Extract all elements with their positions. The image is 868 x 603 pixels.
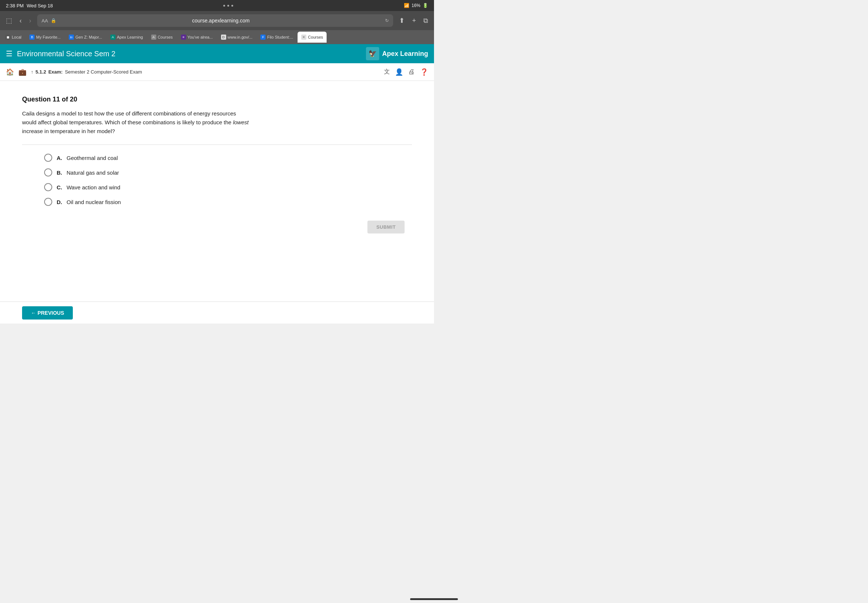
battery-level: 16% (412, 3, 420, 8)
main-content: Question 11 of 20 Caila designs a model … (0, 81, 434, 302)
tab-label-ingov: www.in.gov/... (227, 35, 253, 39)
footer: ← PREVIOUS (0, 302, 434, 323)
apex-logo: 🦅 Apex Learning (366, 47, 428, 60)
answer-letter-c: C. (57, 184, 62, 190)
tab-label-courses-active: Courses (308, 35, 323, 39)
answer-letter-d: D. (57, 199, 62, 205)
tab-label-youve: You've alrea... (187, 35, 213, 39)
submit-button[interactable]: SUBMIT (367, 221, 405, 233)
battery-icon: 🔋 (422, 3, 428, 8)
tab-label-genz: Gen Z: Major... (76, 35, 102, 39)
apex-logo-icon: 🦅 (366, 47, 379, 60)
tab-filo[interactable]: F Filo Student:... (257, 32, 297, 43)
share-button[interactable]: ⬆ (398, 15, 406, 26)
answer-options: A. Geothermal and coal B. Natural gas an… (22, 154, 412, 206)
briefcase-icon[interactable]: 💼 (19, 68, 26, 76)
back-button[interactable]: ‹ (18, 15, 23, 26)
tab-local[interactable]: ◼ Local (2, 32, 25, 43)
tab-label-filo: Filo Student:... (267, 35, 293, 39)
tab-favicon-local: ◼ (5, 34, 10, 40)
tabs-bar: ◼ Local B My Favorite... BI Gen Z: Major… (0, 30, 434, 44)
tab-genz[interactable]: BI Gen Z: Major... (65, 32, 106, 43)
forward-button[interactable]: › (28, 15, 33, 26)
browser-chrome: ⬚ ‹ › AA 🔒 course.apexlearning.com ↻ ⬆ +… (0, 11, 434, 30)
dot1 (223, 5, 225, 7)
translate-icon[interactable]: 文 (384, 68, 390, 76)
answer-text-d: Oil and nuclear fission (67, 199, 121, 205)
tab-favicon-courses-active: ✕ (301, 34, 306, 40)
help-icon[interactable]: ❓ (420, 68, 428, 76)
accessibility-icon[interactable]: 👤 (395, 68, 403, 76)
answer-text-c: Wave action and wind (67, 184, 120, 190)
status-bar: 2:38 PM Wed Sep 18 📶 16% 🔋 (0, 0, 434, 11)
answer-letter-b: B. (57, 170, 62, 176)
previous-button[interactable]: ← PREVIOUS (22, 306, 73, 320)
question-text-italic: lowest (233, 119, 249, 125)
tab-favicon-genz: BI (69, 34, 74, 40)
tab-favicon-youve: ≡ (181, 34, 186, 40)
tab-label-favorites: My Favorite... (36, 35, 61, 39)
answer-option-b[interactable]: B. Natural gas and solar (44, 169, 412, 176)
tab-label-local: Local (12, 35, 21, 39)
time: 2:38 PM (6, 3, 23, 8)
radio-d[interactable] (44, 198, 52, 206)
print-icon[interactable]: 🖨 (408, 68, 415, 76)
new-tab-button[interactable]: + (410, 15, 418, 26)
status-right: 📶 16% 🔋 (404, 3, 428, 8)
tab-favicon-courses-a: A (151, 34, 156, 40)
answer-option-c[interactable]: C. Wave action and wind (44, 183, 412, 191)
status-left: 2:38 PM Wed Sep 18 (6, 3, 53, 8)
text-size-button[interactable]: AA (42, 18, 48, 23)
lock-icon: 🔒 (51, 18, 56, 23)
apex-logo-text: Apex Learning (382, 50, 428, 58)
up-arrow-icon: ↑ (31, 69, 34, 75)
breadcrumb: ↑ 5.1.2 Exam: Semester 2 Computer-Scored… (31, 69, 142, 75)
tab-label-apex: Apex Learning (117, 35, 143, 39)
breadcrumb-type: Exam: (48, 69, 62, 75)
question-number: Question 11 of 20 (22, 96, 412, 103)
radio-b[interactable] (44, 169, 52, 176)
dot3 (231, 5, 233, 7)
app-header: ☰ Environmental Science Sem 2 🦅 Apex Lea… (0, 44, 434, 63)
sub-header: 🏠 💼 ↑ 5.1.2 Exam: Semester 2 Computer-Sc… (0, 63, 434, 81)
tab-label-courses-a: Courses (158, 35, 173, 39)
question-text-part1: Caila designs a model to test how the us… (22, 110, 236, 125)
status-center (223, 5, 233, 7)
submit-row: SUBMIT (22, 221, 412, 233)
tab-favorites[interactable]: B My Favorite... (26, 32, 64, 43)
address-bar[interactable]: AA 🔒 course.apexlearning.com ↻ (37, 14, 393, 27)
tab-apex[interactable]: A Apex Learning (107, 32, 147, 43)
breadcrumb-title: Semester 2 Computer-Scored Exam (65, 69, 142, 75)
answer-text-a: Geothermal and coal (67, 155, 118, 161)
hamburger-menu-button[interactable]: ☰ (6, 49, 12, 58)
tabs-button[interactable]: ⧉ (422, 15, 430, 26)
home-icon[interactable]: 🏠 (6, 68, 14, 76)
sub-header-right: 文 👤 🖨 ❓ (384, 68, 428, 76)
tab-youve[interactable]: ≡ You've alrea... (177, 32, 217, 43)
tab-courses-a[interactable]: A Courses (147, 32, 176, 43)
tab-favicon-apex: A (110, 34, 116, 40)
refresh-icon[interactable]: ↻ (385, 18, 389, 23)
question-text-part2: increase in temperature in her model? (22, 128, 115, 134)
question-text: Caila designs a model to test how the us… (22, 109, 250, 136)
question-divider (22, 144, 412, 145)
answer-option-a[interactable]: A. Geothermal and coal (44, 154, 412, 162)
tab-favicon-favorites: B (29, 34, 34, 40)
answer-letter-a: A. (57, 155, 62, 161)
sub-header-left: 🏠 💼 ↑ 5.1.2 Exam: Semester 2 Computer-Sc… (6, 68, 142, 76)
radio-c[interactable] (44, 183, 52, 191)
wifi-icon: 📶 (404, 3, 409, 8)
sidebar-toggle-button[interactable]: ⬚ (5, 15, 14, 26)
answer-option-d[interactable]: D. Oil and nuclear fission (44, 198, 412, 206)
breadcrumb-section: 5.1.2 (36, 69, 46, 75)
app-header-left: ☰ Environmental Science Sem 2 (6, 49, 116, 58)
tab-ingov[interactable]: D www.in.gov/... (217, 32, 256, 43)
tab-favicon-ingov: D (221, 34, 226, 40)
app-title: Environmental Science Sem 2 (17, 49, 116, 58)
tab-courses-active[interactable]: ✕ Courses (297, 32, 326, 43)
date: Wed Sep 18 (26, 3, 53, 8)
tab-favicon-filo: F (260, 34, 266, 40)
url-text: course.apexlearning.com (59, 18, 382, 23)
radio-a[interactable] (44, 154, 52, 162)
answer-text-b: Natural gas and solar (67, 170, 119, 176)
